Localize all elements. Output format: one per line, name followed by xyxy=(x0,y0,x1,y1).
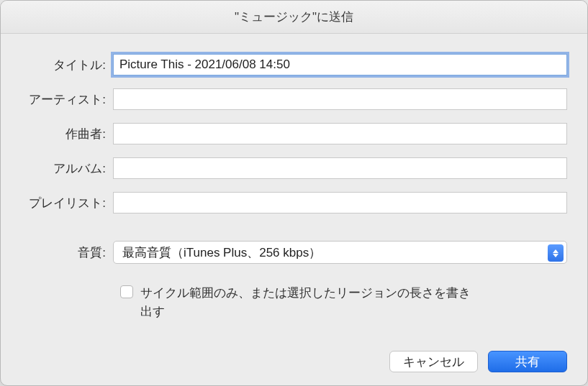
share-button-label: 共有 xyxy=(515,354,540,370)
row-album: アルバム: xyxy=(21,157,567,179)
cycle-range-checkbox[interactable] xyxy=(120,285,133,298)
cycle-range-label: サイクル範囲のみ、または選択したリージョンの長さを書き出す xyxy=(140,284,471,321)
artist-input[interactable] xyxy=(113,88,567,110)
playlist-input[interactable] xyxy=(113,192,567,213)
row-cycle-checkbox: サイクル範囲のみ、または選択したリージョンの長さを書き出す xyxy=(120,284,567,321)
cancel-button-label: キャンセル xyxy=(403,354,464,370)
quality-select-value: 最高音質（iTunes Plus、256 kbps） xyxy=(122,244,321,261)
button-row: キャンセル 共有 xyxy=(21,336,567,372)
row-artist: アーティスト: xyxy=(21,88,567,110)
row-quality: 音質: 最高音質（iTunes Plus、256 kbps） xyxy=(21,241,567,264)
row-title: タイトル: xyxy=(21,54,567,75)
dialog-title: "ミュージック"に送信 xyxy=(235,9,353,25)
title-input[interactable] xyxy=(113,54,567,75)
dialog-content: タイトル: アーティスト: 作曲者: アルバム: プレイリスト: xyxy=(1,34,587,385)
quality-select[interactable]: 最高音質（iTunes Plus、256 kbps） xyxy=(113,241,567,264)
row-playlist: プレイリスト: xyxy=(21,192,567,213)
quality-label: 音質: xyxy=(21,244,113,261)
share-button[interactable]: 共有 xyxy=(488,351,567,372)
updown-arrows-icon xyxy=(548,244,564,262)
album-label: アルバム: xyxy=(21,160,113,177)
composer-input[interactable] xyxy=(113,123,567,144)
title-label: タイトル: xyxy=(21,57,113,73)
composer-label: 作曲者: xyxy=(21,126,113,142)
row-composer: 作曲者: xyxy=(21,123,567,144)
send-to-music-dialog: "ミュージック"に送信 タイトル: アーティスト: 作曲者: アルバム: xyxy=(0,0,588,386)
playlist-label: プレイリスト: xyxy=(21,195,113,211)
cancel-button[interactable]: キャンセル xyxy=(389,351,478,372)
album-input[interactable] xyxy=(113,157,567,179)
dialog-titlebar: "ミュージック"に送信 xyxy=(1,1,587,34)
artist-label: アーティスト: xyxy=(21,91,113,108)
